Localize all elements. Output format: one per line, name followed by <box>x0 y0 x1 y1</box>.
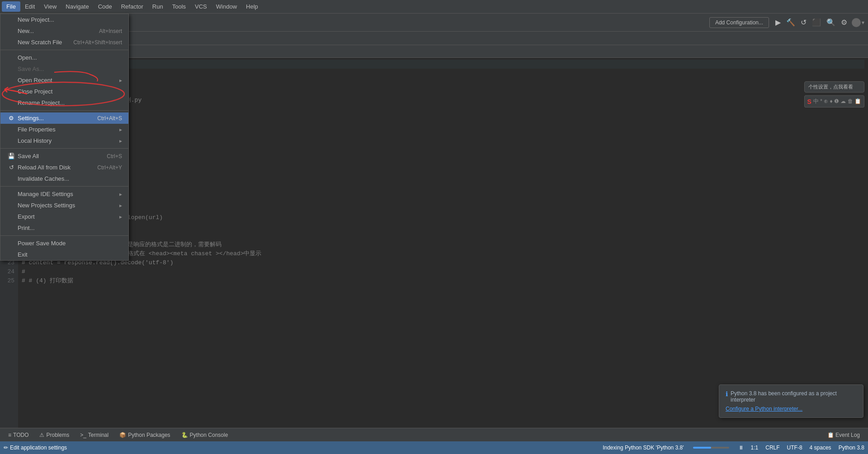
terminal-icon: >_ <box>80 432 86 438</box>
notification-text: ℹ Python 3.8 has been configured as a pr… <box>726 390 857 403</box>
separator-3 <box>0 148 128 149</box>
code-line-4: # @File：python爬虫部分代码示例 <box>22 87 864 96</box>
code-line-13 <box>22 168 864 177</box>
local-history-arrow: ▸ <box>119 138 122 144</box>
menu-item-power-save[interactable]: Power Save Mode <box>0 238 128 249</box>
code-line-10: # import urllib.request <box>22 141 864 150</box>
new-projects-arrow: ▸ <box>119 202 122 209</box>
status-hint-text: Edit application settings <box>10 445 67 451</box>
event-log-button[interactable]: 📋 Event Log <box>823 432 864 438</box>
bottom-tab-python-console[interactable]: 🐍 Python Console <box>177 428 233 442</box>
code-line-11 <box>22 150 864 159</box>
menu-refactor[interactable]: Refactor <box>117 1 148 12</box>
menu-item-new[interactable]: New... Alt+Insert <box>0 25 128 37</box>
personalization-button[interactable]: 个性设置，点我看看 <box>804 81 864 93</box>
reload-disk-icon: ↺ <box>7 164 16 171</box>
indexing-progress <box>693 447 729 449</box>
menu-help[interactable]: Help <box>241 1 263 12</box>
file-properties-arrow: ▸ <box>119 126 122 133</box>
open-recent-arrow: ▸ <box>119 77 122 84</box>
menu-edit[interactable]: Edit <box>20 1 39 12</box>
editor-secondary-toolbar: ☰ ⇌ ⚙ — <box>0 45 868 58</box>
code-line-2: # @Time：2022/1/24 15:19 <box>22 69 864 78</box>
menu-item-open-recent[interactable]: Open Recent ▸ <box>0 75 128 86</box>
configure-interpreter-link[interactable]: Configure a Python interpreter... <box>726 406 857 412</box>
notification-popup: ℹ Python 3.8 has been configured as a pr… <box>719 384 863 418</box>
menu-file[interactable]: File <box>2 1 20 12</box>
menu-item-export[interactable]: Export ▸ <box>0 211 128 222</box>
bottom-tab-terminal[interactable]: >_ Terminal <box>75 428 113 442</box>
code-line-18: # response = urllib.request.urlopen(url) <box>22 213 864 222</box>
menu-item-local-history[interactable]: Local History ▸ <box>0 135 128 146</box>
code-line-22: # # 解码：decode('编码格式') 编码格式在 <head><meta … <box>22 249 864 258</box>
bottom-tab-python-packages[interactable]: 📦 Python Packages <box>115 428 175 442</box>
indexing-text: Indexing Python SDK 'Python 3.8' <box>603 445 684 451</box>
bottom-tab-problems[interactable]: ⚠ Problems <box>35 428 74 442</box>
menu-tools[interactable]: Tools <box>168 1 190 12</box>
problems-icon: ⚠ <box>39 432 44 438</box>
menu-item-save-as: Save As... <box>0 63 128 75</box>
code-line-20: # # (3) 获取响应中的页面的源码 <box>22 231 864 240</box>
menu-item-new-scratch[interactable]: New Scratch File Ctrl+Alt+Shift+Insert <box>0 37 128 48</box>
bottom-toolbar: ≡ TODO ⚠ Problems >_ Terminal 📦 Python P… <box>0 428 868 441</box>
line-ending[interactable]: CRLF <box>765 445 779 451</box>
python-console-icon: 🐍 <box>181 432 188 438</box>
code-lines-container[interactable]: # _*_ coding：utf-8 _*_ # @Time：2022/1/24… <box>18 58 868 428</box>
menu-item-close-project[interactable]: Close Project <box>0 86 128 97</box>
code-line-19: # <box>22 222 864 231</box>
menu-item-manage-ide[interactable]: Manage IDE Settings ▸ <box>0 188 128 200</box>
separator-2 <box>0 110 128 111</box>
input-method-icons: 中 * ⊕ ♦ ❶ ☁ 🗑 📋 <box>813 98 861 105</box>
code-content: 1 2 3 4 5 6 7 8 9 10 11 12 13 14 15 16 1 <box>0 58 868 428</box>
code-line-7: # python爬虫： <box>22 114 864 123</box>
menu-item-reload-disk[interactable]: ↺ Reload All from Disk Ctrl+Alt+Y <box>0 162 128 173</box>
menu-navigate[interactable]: Navigate <box>61 1 93 12</box>
code-line-24: # <box>22 267 864 276</box>
status-left: ✏ Edit application settings <box>4 445 67 451</box>
code-line-8 <box>22 123 864 132</box>
user-dropdown-icon[interactable]: ▾ <box>862 19 864 26</box>
menubar: File Edit View Navigate Code Refactor Ru… <box>0 0 868 14</box>
save-all-icon: 💾 <box>7 153 16 159</box>
menu-code[interactable]: Code <box>94 1 117 12</box>
menu-item-open[interactable]: Open... <box>0 52 128 63</box>
menu-item-invalidate-caches[interactable]: Invalidate Caches... <box>0 173 128 184</box>
line-num-24: 24 <box>4 267 14 276</box>
event-log-icon: 📋 <box>827 432 834 438</box>
menu-item-settings[interactable]: ⚙ Settings... Ctrl+Alt+S <box>0 112 128 124</box>
pause-icon[interactable]: ⏸ <box>738 445 744 451</box>
menu-item-new-project[interactable]: New Project... <box>0 14 128 25</box>
user-avatar[interactable] <box>852 18 861 27</box>
menu-run[interactable]: Run <box>148 1 168 12</box>
reload-button[interactable]: ↺ <box>798 16 809 28</box>
sougou-icon: S <box>807 98 811 105</box>
menu-window[interactable]: Window <box>212 1 241 12</box>
code-line-9: # 第一部分：urllib 库的爬虫方法： <box>22 132 864 141</box>
code-line-14: # # (1) 定义一个url 即目标地址 <box>22 177 864 186</box>
menu-item-exit[interactable]: Exit <box>0 249 128 260</box>
menu-view[interactable]: View <box>39 1 61 12</box>
bottom-tab-todo[interactable]: ≡ TODO <box>4 428 33 442</box>
menu-item-save-all[interactable]: 💾 Save All Ctrl+S <box>0 150 128 162</box>
code-line-25: # # (4) 打印数据 <box>22 276 864 286</box>
info-icon: ℹ <box>726 390 728 398</box>
line-num-25: 25 <box>4 276 14 286</box>
indent[interactable]: 4 spaces <box>810 445 831 451</box>
add-configuration-button[interactable]: Add Configuration... <box>709 17 769 28</box>
menu-item-new-projects-settings[interactable]: New Projects Settings ▸ <box>0 200 128 211</box>
search-everywhere-button[interactable]: 🔍 <box>824 16 838 28</box>
cursor-position[interactable]: 1:1 <box>751 445 759 451</box>
menu-item-print[interactable]: Print... <box>0 222 128 234</box>
interpreter[interactable]: Python 3.8 <box>839 445 864 451</box>
separator-5 <box>0 235 128 236</box>
build-button[interactable]: 🔨 <box>783 16 798 28</box>
stop-button[interactable]: ⬛ <box>809 16 824 28</box>
menu-item-file-properties[interactable]: File Properties ▸ <box>0 124 128 135</box>
encoding[interactable]: UTF-8 <box>787 445 802 451</box>
settings-toolbar-button[interactable]: ⚙ <box>838 16 850 28</box>
file-menu-dropdown: New Project... New... Alt+Insert New Scr… <box>0 14 129 261</box>
menu-vcs[interactable]: VCS <box>190 1 212 12</box>
run-button[interactable]: ▶ <box>773 16 783 28</box>
settings-menu-icon: ⚙ <box>7 115 16 122</box>
menu-item-rename-project[interactable]: Rename Project... <box>0 97 128 108</box>
